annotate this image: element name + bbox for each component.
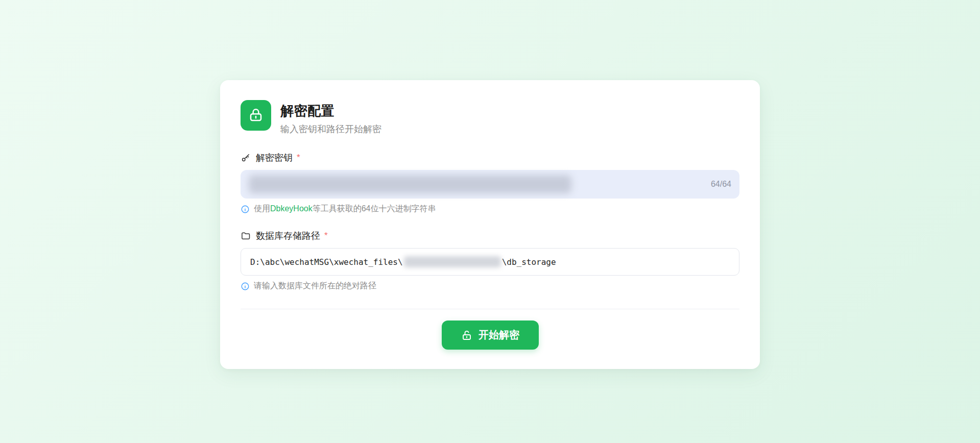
start-decrypt-label: 开始解密 xyxy=(479,328,519,342)
char-counter: 64/64 xyxy=(711,180,731,189)
decrypt-key-input[interactable]: 64/64 xyxy=(241,170,739,199)
required-marker: * xyxy=(297,153,300,163)
key-help-text: 使用DbkeyHook等工具获取的64位十六进制字符串 xyxy=(254,204,436,214)
decrypt-config-card: 解密配置 输入密钥和路径开始解密 解密密钥 * 64/64 xyxy=(220,80,760,369)
path-field-section: 数据库存储路径 * D:\abc\wechatMSG\xwechat_files… xyxy=(241,230,739,291)
path-help-row: 请输入数据库文件所在的绝对路径 xyxy=(241,281,739,291)
header-text: 解密配置 输入密钥和路径开始解密 xyxy=(280,100,381,135)
key-icon xyxy=(241,153,251,163)
page-title: 解密配置 xyxy=(280,102,381,120)
path-help-text: 请输入数据库文件所在的绝对路径 xyxy=(254,281,376,291)
key-field-label: 解密密钥 * xyxy=(241,152,739,164)
redacted-path-segment xyxy=(404,256,501,267)
redacted-key-value xyxy=(249,175,571,193)
page-subtitle: 输入密钥和路径开始解密 xyxy=(280,123,381,135)
dbkeyhook-link[interactable]: DbkeyHook xyxy=(270,204,313,213)
path-field-label-text: 数据库存储路径 xyxy=(256,230,320,242)
path-field-label: 数据库存储路径 * xyxy=(241,230,739,242)
card-header: 解密配置 输入密钥和路径开始解密 xyxy=(241,100,739,135)
db-path-input[interactable]: D:\abc\wechatMSG\xwechat_files\\db_stora… xyxy=(241,248,739,276)
info-icon xyxy=(241,282,250,291)
required-marker: * xyxy=(324,231,328,241)
divider xyxy=(241,309,739,309)
start-decrypt-button[interactable]: 开始解密 xyxy=(442,321,539,350)
folder-icon xyxy=(241,231,251,241)
key-field-label-text: 解密密钥 xyxy=(256,152,293,164)
key-help-row: 使用DbkeyHook等工具获取的64位十六进制字符串 xyxy=(241,204,739,214)
path-suffix: \db_storage xyxy=(502,257,556,267)
page-background: 解密配置 输入密钥和路径开始解密 解密密钥 * 64/64 xyxy=(0,0,980,443)
lock-icon xyxy=(241,100,271,131)
info-icon xyxy=(241,205,250,214)
key-field-section: 解密密钥 * 64/64 使用DbkeyHook等工具获取的64位十六进制字符串 xyxy=(241,152,739,214)
path-prefix: D:\abc\wechatMSG\xwechat_files\ xyxy=(250,257,403,267)
unlock-icon xyxy=(461,329,473,341)
button-row: 开始解密 xyxy=(241,321,739,350)
